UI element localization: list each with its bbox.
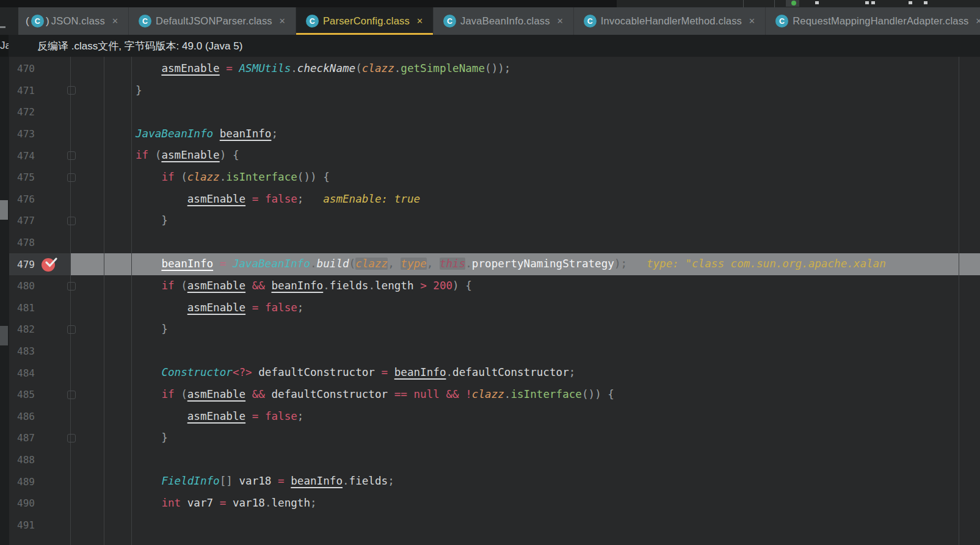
tab-requestmappinghandleradapter-class[interactable]: CRequestMappingHandlerAdapter.class✕: [766, 7, 980, 35]
code-token: ;: [297, 193, 304, 205]
code-token: &&: [252, 280, 265, 292]
close-tab-icon[interactable]: ✕: [279, 16, 286, 26]
code-token: =: [278, 475, 285, 487]
fold-marker-icon[interactable]: [67, 86, 76, 95]
gutter-cell[interactable]: [35, 101, 131, 123]
code-text[interactable]: }: [131, 80, 980, 102]
code-token: [181, 497, 187, 509]
gutter-cell[interactable]: [35, 362, 131, 384]
code-text[interactable]: }: [131, 319, 980, 341]
tab-parserconfig-class[interactable]: CParserConfig.class✕: [296, 7, 434, 35]
code-token: [407, 388, 414, 400]
gutter-cell[interactable]: [35, 406, 131, 428]
decompile-banner-text: 反编译 .class文件, 字节码版本: 49.0 (Java 5): [37, 39, 242, 53]
code-text[interactable]: [131, 514, 980, 536]
breakpoint-icon[interactable]: [41, 256, 58, 273]
fold-marker-icon[interactable]: [67, 391, 76, 399]
code-text[interactable]: FieldInfo[] var18 = beanInfo.fields;: [131, 471, 980, 493]
gutter-cell[interactable]: [35, 319, 131, 341]
code-text[interactable]: if (clazz.isInterface()) {: [131, 167, 980, 189]
gutter-cell[interactable]: [35, 58, 131, 80]
gutter-cell[interactable]: [35, 80, 131, 102]
gutter-cell[interactable]: [35, 493, 131, 514]
code-text[interactable]: [131, 449, 980, 471]
fold-marker-icon[interactable]: [67, 217, 76, 225]
code-area[interactable]: 470 asmEnable = ASMUtils.checkName(clazz…: [0, 57, 980, 536]
gutter-cell[interactable]: [35, 189, 131, 211]
class-icon: C: [443, 15, 456, 27]
code-token: ;: [388, 475, 394, 487]
code-line-485: 485 if (asmEnable && defaultConstructor …: [0, 384, 980, 406]
code-token: );: [614, 258, 627, 270]
gutter-cell[interactable]: [35, 427, 131, 449]
code-line-475: 475 if (clazz.isInterface()) {: [0, 167, 980, 189]
code-line-481: 481 asmEnable = false;: [0, 297, 980, 319]
code-text[interactable]: }: [131, 210, 980, 232]
gutter-cell[interactable]: [35, 232, 131, 254]
code-text[interactable]: Constructor<?> defaultConstructor = bean…: [131, 362, 980, 384]
code-text[interactable]: [131, 341, 980, 363]
fold-marker-icon[interactable]: [67, 173, 76, 182]
code-line-489: 489 FieldInfo[] var18 = beanInfo.fields;: [0, 471, 980, 493]
gutter-cell[interactable]: [35, 253, 131, 275]
code-editor[interactable]: 470 asmEnable = ASMUtils.checkName(clazz…: [0, 57, 980, 545]
code-token: .: [465, 258, 472, 270]
tab-invocablehandlermethod-class[interactable]: CInvocableHandlerMethod.class✕: [574, 7, 766, 35]
code-text[interactable]: if (asmEnable) {: [131, 145, 980, 167]
code-line-479: 479 beanInfo = JavaBeanInfo.build(clazz,…: [0, 253, 980, 275]
code-text[interactable]: if (asmEnable && defaultConstructor == n…: [131, 384, 980, 406]
gutter-cell[interactable]: [35, 167, 131, 189]
rail-scroll-mark: [0, 200, 8, 220]
gutter-cell[interactable]: [35, 514, 131, 536]
tab-json-class[interactable]: (C)JSON.class✕: [18, 7, 129, 35]
close-tab-icon[interactable]: ✕: [112, 16, 118, 26]
code-text[interactable]: JavaBeanInfo beanInfo;: [131, 123, 980, 145]
code-text[interactable]: asmEnable = false; asmEnable: true: [131, 189, 980, 211]
gutter-cell[interactable]: [35, 449, 131, 471]
code-token: [213, 497, 220, 509]
code-token: if: [161, 171, 174, 183]
code-token: ,: [427, 258, 434, 270]
code-text[interactable]: [131, 101, 980, 123]
code-line-486: 486 asmEnable = false;: [0, 406, 980, 428]
code-token: ());: [485, 62, 510, 74]
code-token: [627, 258, 647, 270]
gutter-cell[interactable]: [35, 275, 131, 297]
window-control-mark: [815, 1, 819, 4]
close-tab-icon[interactable]: ✕: [976, 16, 980, 26]
breadcrumb-fragment: Ja: [0, 35, 9, 57]
close-tab-icon[interactable]: ✕: [749, 16, 755, 26]
fold-marker-icon[interactable]: [67, 151, 76, 160]
code-token: beanInfo: [271, 280, 323, 292]
close-tab-icon[interactable]: ✕: [557, 16, 564, 26]
gutter-cell[interactable]: [35, 471, 131, 493]
code-text[interactable]: asmEnable = ASMUtils.checkName(clazz.get…: [131, 58, 980, 80]
code-token: beanInfo: [291, 475, 343, 487]
code-text[interactable]: beanInfo = JavaBeanInfo.build(clazz, typ…: [131, 253, 980, 275]
code-text[interactable]: [131, 232, 980, 254]
code-text[interactable]: asmEnable = false;: [131, 406, 980, 428]
breadcrumb-fragment-text: Ja: [0, 40, 9, 52]
gutter-cell[interactable]: [35, 210, 131, 232]
inline-debugger-hint: asmEnable: true: [323, 193, 420, 205]
gutter-cell[interactable]: [35, 145, 131, 167]
gutter-cell[interactable]: [35, 384, 131, 406]
gutter-cell[interactable]: [35, 341, 131, 363]
code-text[interactable]: }: [131, 427, 980, 449]
fold-marker-icon[interactable]: [67, 434, 76, 442]
close-tab-icon[interactable]: ✕: [416, 16, 423, 26]
gutter-cell[interactable]: [35, 297, 131, 319]
code-text[interactable]: if (asmEnable && beanInfo.fields.length …: [131, 275, 980, 297]
tab-defaultjsonparser-class[interactable]: CDefaultJSONParser.class✕: [129, 7, 296, 35]
code-text[interactable]: int var7 = var18.length;: [131, 493, 980, 514]
code-token: [213, 258, 220, 270]
code-text[interactable]: asmEnable = false;: [131, 297, 980, 319]
tab-javabeaninfo-class[interactable]: CJavaBeanInfo.class✕: [434, 7, 574, 35]
left-rail: [0, 57, 9, 545]
code-token: Constructor: [161, 366, 233, 378]
gutter-cell[interactable]: [35, 123, 131, 145]
code-token: asmEnable: [187, 388, 245, 400]
code-token: ASMUtils: [239, 62, 291, 74]
fold-marker-icon[interactable]: [67, 325, 76, 334]
fold-marker-icon[interactable]: [67, 282, 76, 291]
